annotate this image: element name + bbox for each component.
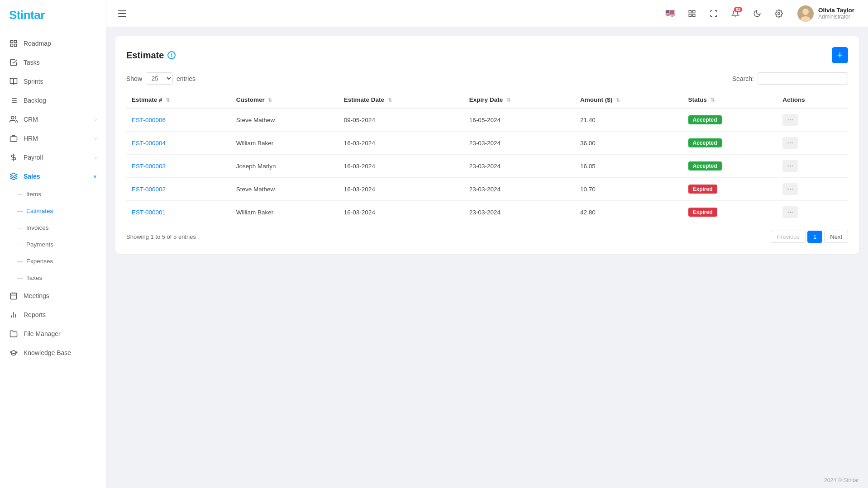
estimate-link[interactable]: EST-000006 [132,117,166,123]
sidebar-item-payroll[interactable]: Payroll › [0,148,106,167]
sort-icon-status: ⇅ [711,97,715,103]
row-actions-button[interactable]: ··· [782,137,797,149]
sidebar-nav: Roadmap Tasks Sprints Backlog CRM [0,30,106,488]
col-status[interactable]: Status ⇅ [683,92,777,108]
user-profile-area[interactable]: Olivia Taylor Administrator [793,4,859,24]
sidebar-item-reports[interactable]: Reports [0,305,106,324]
user-info: Olivia Taylor Administrator [818,7,854,20]
sidebar-item-label-roadmap: Roadmap [24,40,97,47]
crm-chevron-icon: › [95,117,97,122]
dark-mode-icon[interactable] [749,6,765,21]
user-role: Administrator [818,14,854,20]
table-header-row: Estimate # ⇅ Customer ⇅ Estimate Date ⇅ [126,92,848,108]
cell-actions: ··· [777,132,848,155]
flag-icon[interactable]: 🇺🇸 [663,6,678,21]
sidebar-item-expenses[interactable]: Expenses [0,253,106,270]
sidebar-item-filemanager[interactable]: File Manager [0,324,106,343]
sidebar-item-tasks[interactable]: Tasks [0,53,106,72]
notification-icon[interactable]: 52 [728,6,743,21]
sidebar-item-items[interactable]: Items [0,186,106,203]
col-estimate-date[interactable]: Estimate Date ⇅ [339,92,464,108]
next-page-button[interactable]: Next [824,231,848,243]
row-actions-button[interactable]: ··· [782,183,797,195]
cell-amount: 21.40 [575,108,683,132]
cell-expiry-date: 23-03-2024 [464,178,575,201]
row-actions-button[interactable]: ··· [782,114,797,126]
sidebar-item-hrm[interactable]: HRM › [0,129,106,148]
cell-amount: 10.70 [575,178,683,201]
sidebar-item-roadmap[interactable]: Roadmap [0,34,106,53]
svg-point-26 [802,9,809,15]
sidebar-item-sales[interactable]: Sales ∨ [0,167,106,186]
estimate-link[interactable]: EST-000002 [132,186,166,193]
cell-estimate-no: EST-000002 [126,178,231,201]
cell-expiry-date: 23-03-2024 [464,155,575,178]
sidebar-item-backlog[interactable]: Backlog [0,91,106,110]
sidebar-item-invoices[interactable]: Invoices [0,219,106,236]
table-row: EST-000006 Steve Mathew 09-05-2024 16-05… [126,108,848,132]
cell-customer: Joseph Marlyn [231,155,339,178]
prev-page-button[interactable]: Previous [771,231,806,243]
fullscreen-icon[interactable] [706,6,721,21]
sidebar-item-sprints[interactable]: Sprints [0,72,106,91]
search-label: Search: [732,75,754,82]
estimate-link[interactable]: EST-000004 [132,140,166,147]
estimate-link[interactable]: EST-000001 [132,209,166,216]
us-flag: 🇺🇸 [665,9,675,18]
sidebar-sub-label-invoices: Invoices [26,224,97,231]
sidebar-sub-label-payments: Payments [26,241,97,248]
estimate-link[interactable]: EST-000003 [132,163,166,170]
notification-badge: 52 [734,7,742,12]
cell-expiry-date: 16-05-2024 [464,108,575,132]
settings-icon[interactable] [771,6,787,21]
payroll-icon [9,153,18,162]
sidebar-item-label-meetings: Meetings [24,292,97,299]
col-expiry-date[interactable]: Expiry Date ⇅ [464,92,575,108]
sidebar-item-knowledgebase[interactable]: Knowledge Base [0,343,106,362]
cell-status: Accepted [683,155,777,178]
entries-select[interactable]: 10 25 50 100 [146,72,173,85]
row-actions-button[interactable]: ··· [782,206,797,218]
menu-toggle-button[interactable] [115,8,129,19]
sidebar-item-label-backlog: Backlog [24,97,97,104]
col-customer[interactable]: Customer ⇅ [231,92,339,108]
sidebar-item-label-knowledgebase: Knowledge Base [24,349,97,356]
status-badge: Expired [688,185,717,194]
add-estimate-button[interactable]: + [832,47,848,63]
hrm-icon [9,134,18,143]
apps-icon[interactable] [684,6,700,21]
table-controls: Show 10 25 50 100 entries Search: [126,72,848,85]
add-icon: + [837,50,843,60]
hamburger-line [118,16,126,17]
search-input[interactable] [758,72,848,85]
sort-icon-estimate-no: ⇅ [166,97,170,103]
svg-point-10 [11,116,14,119]
backlog-icon [9,96,18,105]
page-1-button[interactable]: 1 [807,231,822,243]
cell-actions: ··· [777,155,848,178]
hrm-chevron-icon: › [95,136,97,141]
copyright: 2024 © Stintar [824,477,859,483]
info-icon[interactable]: i [167,51,176,59]
estimate-card: Estimate i + Show 10 25 50 100 e [115,36,859,254]
sidebar-item-crm[interactable]: CRM › [0,110,106,129]
sidebar-sub-label-estimates: Estimates [26,208,97,214]
table-row: EST-000003 Joseph Marlyn 16-03-2024 23-0… [126,155,848,178]
sidebar-item-meetings[interactable]: Meetings [0,286,106,305]
sidebar-item-payments[interactable]: Payments [0,236,106,253]
sidebar-item-label-filemanager: File Manager [24,330,97,337]
cell-actions: ··· [777,201,848,224]
sidebar-item-estimates[interactable]: Estimates [0,203,106,219]
cell-estimate-no: EST-000004 [126,132,231,155]
logo: Stintar [9,8,45,22]
cell-estimate-no: EST-000003 [126,155,231,178]
sidebar-item-taxes[interactable]: Taxes [0,270,106,286]
status-badge: Accepted [688,138,722,147]
col-estimate-no[interactable]: Estimate # ⇅ [126,92,231,108]
row-actions-button[interactable]: ··· [782,160,797,172]
cell-status: Accepted [683,108,777,132]
sort-icon-estimate-date: ⇅ [388,97,392,103]
col-amount[interactable]: Amount ($) ⇅ [575,92,683,108]
svg-rect-2 [14,44,17,47]
sidebar: Stintar Roadmap Tasks Sprints Bac [0,0,106,488]
